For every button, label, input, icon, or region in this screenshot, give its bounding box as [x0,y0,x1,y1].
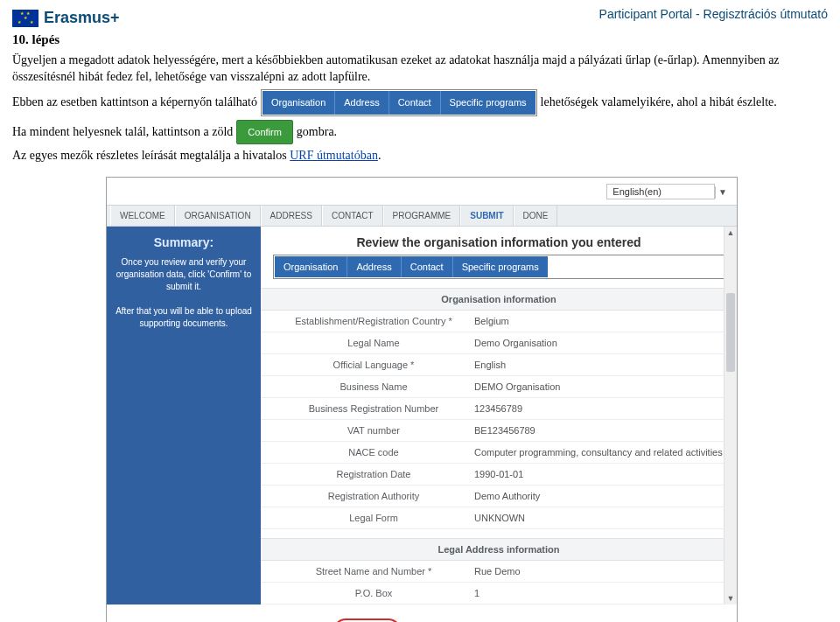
inline-row-confirm: Ha mindent helyesnek talál, kattintson a… [12,120,831,145]
tab-address[interactable]: Address [335,91,388,115]
inline-blue-tabs: Organisation Address Contact Specific pr… [261,89,537,116]
tab-organisation[interactable]: Organisation [262,91,335,115]
language-value: English(en) [612,186,662,197]
para2-post: . [378,149,382,162]
confirm-pill[interactable]: Confirm [236,120,293,145]
inner-tab-contact[interactable]: Contact [402,256,453,277]
wizard-address[interactable]: ADDRESS [261,206,322,226]
inner-blue-tabs: Organisation Address Contact Specific pr… [261,255,737,279]
row-regauth: Registration AuthorityDemo Authority [261,486,737,507]
confirm-highlight-circle: Confirm [333,619,401,622]
row-legalform: Legal FormUNKNOWN [261,507,737,529]
scrollbar[interactable]: ▲ ▼ [724,227,737,605]
wizard-programme[interactable]: PROGRAMME [383,206,461,226]
inner-tab-address[interactable]: Address [347,256,401,277]
wizard-done[interactable]: DONE [514,206,558,226]
scroll-thumb[interactable] [726,293,735,372]
main-review-area: Review the organisation information you … [261,227,737,605]
paragraph-1: Ügyeljen a megadott adatok helyességére,… [12,52,831,86]
language-select[interactable]: English(en) [606,184,715,199]
wizard-submit[interactable]: SUBMIT [460,206,513,226]
language-bar: English(en) ▼ [107,178,737,205]
row-regnum: Business Registration Number123456789 [261,398,737,420]
tab-specific-programs[interactable]: Specific programs [441,91,536,115]
header-right-text: Participant Portal - Regisztrációs útmut… [599,7,828,21]
document-page: Participant Portal - Regisztrációs útmut… [0,0,840,622]
content-row: Summary: Once you review and verify your… [107,227,737,605]
sidebar-p2: After that you will be able to upload su… [116,305,252,330]
wizard-steps: WELCOME ORGANISATION ADDRESS CONTACT PRO… [107,205,737,227]
row-regdate: Registration Date1990-01-01 [261,464,737,486]
sidebar-title: Summary: [116,235,252,249]
row-street: Street Name and Number *Rue Demo [261,561,737,583]
inline1-pre: Ebben az esetben kattintson a képernyőn … [12,94,257,111]
para2-pre: Az egyes mezők részletes leírását megtal… [12,149,290,162]
erasmus-logo-text: Erasmus+ [44,9,120,27]
eu-flag-icon: ★ ★ ★★ ★★ ★ ★ [12,10,38,27]
wizard-welcome[interactable]: WELCOME [110,206,175,226]
tab-contact[interactable]: Contact [389,91,441,115]
row-legalname: Legal NameDemo Organisation [261,332,737,354]
inner-tab-specific-programs[interactable]: Specific programs [453,256,548,277]
row-nace: NACE codeComputer programming, consultan… [261,442,737,464]
screenshot-wrapper: English(en) ▼ WELCOME ORGANISATION ADDRE… [12,168,831,622]
row-pobox: P.O. Box1 [261,583,737,605]
inline2-post: gombra. [297,124,337,141]
step-heading: 10. lépés [12,32,831,47]
inline-row-tabs: Ebben az esetben kattintson a képernyőn … [12,89,831,116]
scroll-down-icon[interactable]: ▼ [724,592,737,605]
wizard-organisation[interactable]: ORGANISATION [175,206,261,226]
inline1-post: lehetőségek valamelyikére, ahol a hibát … [541,94,777,111]
paragraph-2: Az egyes mezők részletes leírását megtal… [12,148,831,164]
row-establishment: Establishment/Registration Country *Belg… [261,311,737,332]
wizard-contact[interactable]: CONTACT [322,206,383,226]
inline2-pre: Ha mindent helyesnek talál, kattintson a… [12,124,233,141]
sidebar-p1: Once you review and verify your organisa… [116,256,252,293]
section-legal-address: Legal Address information [261,538,737,561]
section-org-info: Organisation information [261,288,737,311]
chevron-down-icon[interactable]: ▼ [715,186,730,199]
urf-link[interactable]: URF útmutatóban [290,149,378,162]
scroll-up-icon[interactable]: ▲ [724,227,737,239]
row-vat: VAT numberBE123456789 [261,420,737,442]
action-bar: Print Save Draft Delete Draft i Confirm [107,605,737,622]
inner-tab-organisation[interactable]: Organisation [275,256,347,277]
review-title: Review the organisation information you … [261,227,737,255]
embedded-screenshot: English(en) ▼ WELCOME ORGANISATION ADDRE… [106,177,738,622]
summary-sidebar: Summary: Once you review and verify your… [107,227,261,605]
row-lang: Official Language *English [261,354,737,376]
row-bizname: Business NameDEMO Organisation [261,376,737,398]
